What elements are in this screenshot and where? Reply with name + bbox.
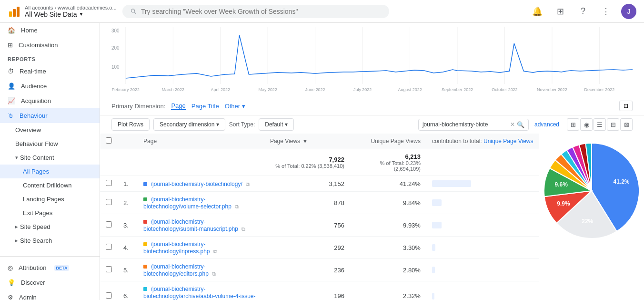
sidebar-item-behaviour-flow[interactable]: Behaviour Flow — [0, 137, 100, 151]
page-link[interactable]: /journal-biochemistry-biotechnology/ — [151, 181, 242, 187]
filter-clear-icon[interactable]: ✕ — [510, 121, 515, 128]
sidebar-label-behaviour-flow: Behaviour Flow — [15, 140, 58, 147]
row-checkbox[interactable] — [106, 266, 112, 272]
pageviews-col-header[interactable]: Page Views ▼ — [264, 134, 350, 149]
data-table: Page Page Views ▼ Unique Page Views c — [100, 134, 539, 300]
row-unique-pct: 3.30% — [350, 237, 426, 259]
total-unique-pageviews: 6,213 — [356, 153, 421, 160]
notifications-icon[interactable]: 🔔 — [530, 4, 545, 19]
plot-rows-btn[interactable]: Plot Rows — [111, 118, 150, 131]
row-page: /journal-biochemistry-biotechnology/inpr… — [138, 237, 264, 259]
svg-text:April 2022: April 2022 — [211, 87, 230, 92]
page-link[interactable]: /journal-biochemistry-biotechnology/arch… — [143, 286, 255, 300]
row-color-dot — [143, 287, 147, 291]
view-table-btn[interactable]: ⊞ — [567, 118, 579, 131]
svg-text:September 2022: September 2022 — [442, 87, 473, 92]
sidebar-item-overview[interactable]: Overview — [0, 123, 100, 137]
sidebar-label-attribution: Attribution — [19, 264, 47, 271]
svg-text:June 2022: June 2022 — [305, 87, 325, 92]
dim-page-title-link[interactable]: Page Title — [191, 103, 219, 110]
pie-label-2: 9.9% — [557, 200, 570, 207]
table-row: 1. /journal-biochemistry-biotechnology/ … — [100, 176, 539, 192]
row-pageviews: 292 — [264, 237, 350, 259]
toolbar: Plot Rows Secondary dimension ▾ Sort Typ… — [100, 115, 644, 134]
site-content-section[interactable]: ▾ Site Content — [0, 151, 100, 165]
row-num: 5. — [118, 259, 138, 281]
site-speed-section[interactable]: ▸ Site Speed — [0, 220, 100, 234]
secondary-dimension-btn[interactable]: Secondary dimension ▾ — [153, 118, 225, 131]
row-page: /journal-biochemistry-biotechnology/subm… — [138, 214, 264, 237]
sidebar-item-content-drilldown[interactable]: Content Drilldown — [0, 178, 100, 192]
dim-other-link[interactable]: Other ▾ — [225, 103, 245, 110]
sidebar-item-acquisition[interactable]: 📈 Acquisition — [0, 93, 100, 108]
pageviews-select[interactable]: Page Views — [270, 138, 301, 145]
lightbulb-icon: 💡 — [8, 279, 15, 286]
home-icon: 🏠 — [8, 27, 15, 34]
page-link[interactable]: /journal-biochemistry-biotechnology/subm… — [143, 218, 238, 232]
chart-type-toggle[interactable]: ⊡ — [619, 101, 633, 111]
filter-input[interactable] — [423, 121, 508, 128]
svg-text:March 2022: March 2022 — [162, 87, 184, 92]
sort-desc-arrow[interactable]: ▼ — [302, 138, 308, 144]
sidebar-item-customisation[interactable]: ⊞ Customisation — [0, 38, 100, 52]
external-link-icon[interactable]: ⧉ — [212, 271, 216, 277]
more-vert-icon[interactable]: ⋮ — [598, 4, 614, 19]
sidebar-item-discover[interactable]: 💡 Discover — [0, 275, 100, 290]
sidebar-item-attribution[interactable]: ◎ Attribution BETA — [0, 260, 100, 275]
row-num: 2. — [118, 192, 138, 214]
row-checkbox[interactable] — [106, 180, 112, 186]
dim-page-link[interactable]: Page — [171, 102, 185, 110]
advanced-link[interactable]: advanced — [534, 121, 559, 128]
sidebar-label-customisation: Customisation — [19, 41, 58, 49]
sidebar-item-realtime[interactable]: ⏱ Real-time — [0, 64, 100, 79]
contribution-metric-select[interactable]: Unique Page Views — [483, 138, 533, 145]
sidebar-item-admin[interactable]: ⚙ Admin — [0, 290, 100, 300]
property-selector[interactable]: All Web Site Data ▼ — [25, 10, 117, 18]
row-checkbox[interactable] — [106, 199, 112, 205]
pie-chart: 41.2%22%9.9%9.6% — [544, 143, 639, 238]
clock-icon: ⏱ — [8, 68, 14, 75]
view-custom-btn[interactable]: ⊠ — [620, 118, 633, 131]
page-link[interactable]: /journal-biochemistry-biotechnology/volu… — [143, 196, 231, 210]
row-checkbox[interactable] — [106, 244, 112, 250]
svg-text:November 2022: November 2022 — [537, 87, 567, 92]
sidebar-item-behaviour[interactable]: 🖱 Behaviour — [0, 108, 100, 123]
search-icon — [130, 8, 137, 15]
filter-search-icon[interactable]: 🔍 — [517, 121, 524, 128]
row-checkbox[interactable] — [106, 292, 112, 299]
help-icon[interactable]: ? — [575, 4, 591, 19]
avatar[interactable]: J — [621, 4, 636, 19]
total-pageviews-pct: % of Total: 0.22% (3,538,410) — [270, 163, 344, 169]
sort-default-btn[interactable]: Default ▾ — [259, 118, 293, 131]
row-unique-pct: 41.24% — [350, 176, 426, 192]
settings-icon: ⚙ — [8, 294, 13, 300]
row-color-dot — [143, 265, 147, 269]
select-all-checkbox[interactable] — [106, 137, 112, 144]
total-unique-pct: % of Total: 0.23% (2,694,109) — [356, 160, 421, 172]
page-link[interactable]: /journal-biochemistry-biotechnology/inpr… — [143, 241, 210, 255]
sidebar-item-home[interactable]: 🏠 Home — [0, 23, 100, 38]
apps-icon[interactable]: ⊞ — [553, 4, 568, 19]
svg-text:100: 100 — [111, 64, 120, 70]
sidebar-item-landing-pages[interactable]: Landing Pages — [0, 192, 100, 206]
row-unique-pct: 2.32% — [350, 281, 426, 300]
external-link-icon[interactable]: ⧉ — [246, 181, 250, 187]
sidebar-item-exit-pages[interactable]: Exit Pages — [0, 206, 100, 220]
search-input[interactable] — [141, 8, 382, 15]
page-link[interactable]: /journal-biochemistry-biotechnology/edit… — [143, 263, 209, 277]
external-link-icon[interactable]: ⧉ — [213, 248, 217, 254]
view-pivot-btn[interactable]: ⊟ — [607, 118, 619, 131]
sort-type-label: Sort Type: — [229, 121, 255, 128]
sidebar-item-audience[interactable]: 👤 Audience — [0, 79, 100, 93]
site-search-section[interactable]: ▸ Site Search — [0, 234, 100, 248]
svg-text:May 2022: May 2022 — [259, 87, 277, 92]
svg-text:October 2022: October 2022 — [492, 87, 517, 92]
row-checkbox[interactable] — [106, 221, 112, 228]
external-link-icon[interactable]: ⧉ — [235, 204, 239, 209]
site-content-label: Site Content — [20, 154, 54, 161]
row-num: 6. — [118, 281, 138, 300]
view-list-btn[interactable]: ☰ — [594, 118, 606, 131]
sidebar-item-all-pages[interactable]: All Pages — [0, 165, 100, 178]
view-pie-btn[interactable]: ◉ — [580, 118, 593, 131]
external-link-icon[interactable]: ⧉ — [242, 226, 245, 232]
